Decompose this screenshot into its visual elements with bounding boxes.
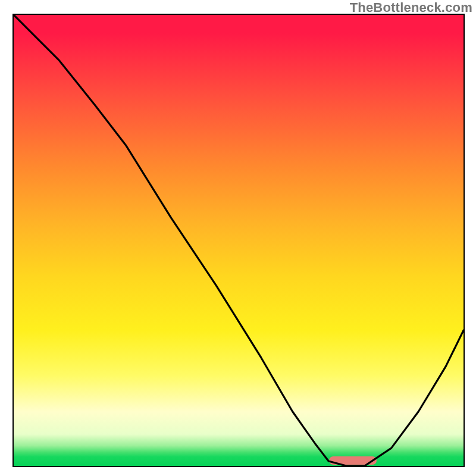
chart-plot-area [12, 14, 465, 467]
bottleneck-curve [14, 15, 464, 466]
curve-path [14, 15, 464, 466]
